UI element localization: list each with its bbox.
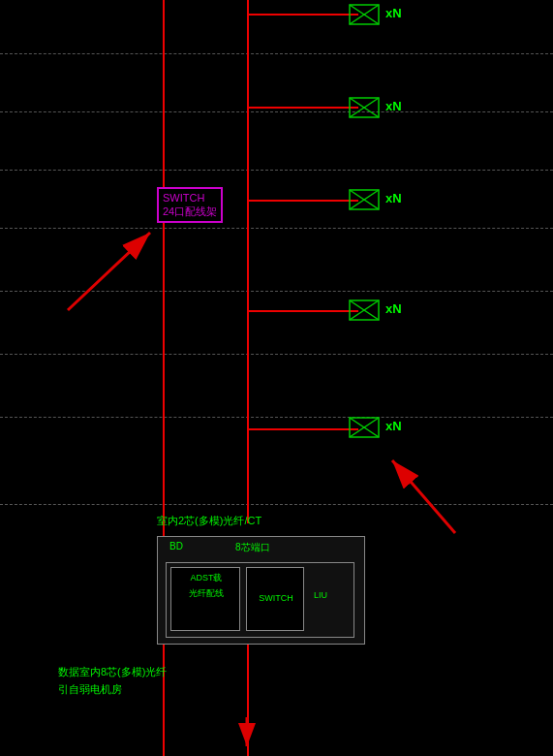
h-line-3 (0, 170, 553, 171)
arrow-bottom (232, 712, 261, 751)
xbox-5 (349, 417, 380, 438)
h-line-2 (0, 111, 553, 112)
h-line-red-3 (247, 200, 358, 202)
adst-label-1: ADST载 (173, 572, 239, 584)
switch-label: SWITCH (163, 191, 217, 205)
adst-box: ADST载 光纤配线 (170, 567, 240, 631)
h-line-red-4 (247, 310, 358, 312)
h-line-7 (0, 417, 553, 418)
v-line-bottom-left (163, 640, 165, 756)
bottom-label-2: 引自弱电机房 (58, 682, 122, 697)
bottom-label-1: 数据室内8芯(多模)光纤 (58, 665, 167, 679)
h-line-1 (0, 53, 553, 54)
bd-outer-box: BD 8芯端口 ADST载 光纤配线 SWITCH LIU (157, 536, 365, 645)
xbox-4 (349, 299, 380, 321)
indoor-fiber-label: 室内2芯(多模)光纤/CT (157, 514, 261, 528)
xbox-2 (349, 97, 380, 118)
h-line-red-1 (247, 14, 358, 16)
h-line-red-5 (247, 428, 358, 430)
arrow-2 (378, 446, 475, 543)
svg-line-18 (392, 460, 455, 533)
switch-inner-box: SWITCH (246, 567, 304, 631)
xn-label-5: xN (385, 419, 402, 433)
switch-inner-label: SWITCH (249, 593, 303, 603)
adst-label-2: 光纤配线 (173, 587, 239, 600)
xn-label-3: xN (385, 191, 402, 205)
bd-inner-box: ADST载 光纤配线 SWITCH LIU (166, 562, 354, 638)
xn-label-1: xN (385, 6, 402, 20)
xbox-3 (349, 189, 380, 210)
diagram-container: xN xN xN xN xN SW (0, 0, 553, 756)
switch-sublabel: 24口配线架 (163, 205, 217, 218)
h-line-6 (0, 354, 553, 355)
switch-box: SWITCH 24口配线架 (157, 187, 223, 223)
v-line-main-right (247, 0, 249, 523)
liu-label: LIU (314, 590, 327, 600)
xn-label-2: xN (385, 99, 402, 113)
bd-ports-label: 8芯端口 (235, 541, 270, 554)
arrow-1 (58, 223, 165, 320)
h-line-red-2 (247, 107, 358, 109)
xn-label-4: xN (385, 301, 402, 316)
svg-line-16 (68, 233, 150, 310)
bd-label: BD (169, 541, 183, 551)
xbox-1 (349, 4, 380, 25)
